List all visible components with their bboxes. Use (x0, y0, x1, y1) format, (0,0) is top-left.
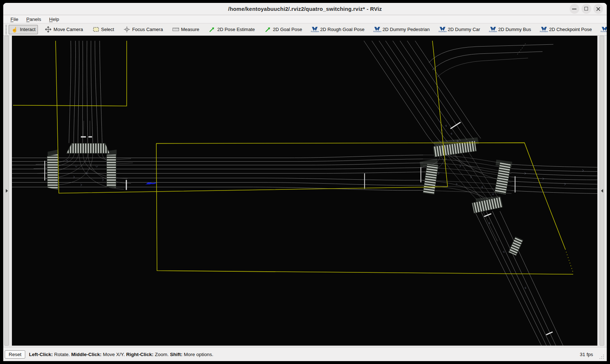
rviz-window: /home/kentoyabuuchi2/.rviz2/quatro_switc… (0, 0, 610, 364)
mouse-hints: Left-Click: Rotate. Middle-Click: Move X… (29, 352, 213, 357)
ruler-icon (172, 26, 179, 33)
autoware-icon: Autoware (439, 26, 446, 33)
title-bar: /home/kentoyabuuchi2/.rviz2/quatro_switc… (3, 3, 607, 15)
crosswalk (508, 237, 523, 256)
menu-bar: File Panels Help (3, 15, 607, 23)
tool-delete-all-objects[interactable]: Autoware Delete All Objects (599, 25, 607, 34)
right-panel-collapse-handle[interactable] (600, 36, 604, 346)
expand-right-icon (6, 189, 8, 193)
crosswalk (47, 154, 58, 190)
autoware-icon: Autoware (489, 26, 496, 33)
tool-move-camera[interactable]: Move Camera (42, 25, 86, 34)
crosswalk (66, 143, 110, 154)
menu-help[interactable]: Help (46, 16, 62, 22)
menu-file[interactable]: File (7, 16, 22, 22)
tool-bar: ☝ Interact Move Camera Select (3, 23, 607, 36)
tool-focus-camera[interactable]: Focus Camera (121, 25, 165, 34)
close-icon[interactable] (593, 4, 603, 14)
autoware-icon: Autoware (601, 26, 607, 33)
tool-2d-goal-pose[interactable]: 2D Goal Pose (262, 25, 305, 34)
left-panel-collapse-handle[interactable] (4, 36, 9, 346)
menu-panels[interactable]: Panels (23, 16, 44, 22)
move-camera-icon (45, 26, 52, 33)
tool-measure[interactable]: Measure (170, 25, 202, 34)
window-controls (570, 4, 603, 14)
window-title: /home/kentoyabuuchi2/.rviz2/quatro_switc… (228, 6, 382, 12)
autoware-icon: Autoware (540, 26, 547, 33)
hand-icon: ☝ (11, 26, 18, 33)
lanelet-map-graphic (12, 36, 597, 346)
autoware-icon: Autoware (311, 26, 318, 33)
tool-2d-dummy-car[interactable]: Autoware 2D Dummy Car (437, 25, 483, 34)
selection-box-icon (92, 26, 99, 33)
window-frame: /home/kentoyabuuchi2/.rviz2/quatro_switc… (3, 3, 607, 361)
tool-2d-dummy-bus[interactable]: Autoware 2D Dummy Bus (487, 25, 533, 34)
tool-select[interactable]: Select (90, 25, 117, 34)
tool-2d-dummy-pedestrian[interactable]: Autoware 2D Dummy Pedestrian (371, 25, 432, 34)
focus-crosshair-icon (123, 26, 130, 33)
render-viewport[interactable] (12, 36, 597, 346)
tool-2d-pose-estimate[interactable]: 2D Pose Estimate (206, 25, 257, 34)
crosswalk (106, 154, 116, 188)
render-area (3, 36, 607, 347)
reset-button[interactable]: Reset (5, 350, 25, 359)
status-bar: Reset Left-Click: Rotate. Middle-Click: … (3, 347, 607, 361)
autoware-icon: Autoware (374, 26, 381, 33)
crosswalk (423, 164, 438, 195)
crosswalk (494, 162, 511, 194)
toolbar-drag-handle[interactable] (5, 25, 7, 34)
tool-2d-checkpoint-pose[interactable]: Autoware 2D Checkpoint Pose (538, 25, 594, 34)
fps-counter: 31 fps (580, 352, 593, 357)
minimize-icon[interactable] (570, 4, 579, 14)
green-arrow-icon (209, 26, 215, 33)
tool-2d-rough-goal-pose[interactable]: Autoware 2D Rough Goal Pose (309, 25, 367, 34)
green-arrow-icon (264, 26, 271, 33)
resize-grip[interactable] (599, 354, 604, 359)
tool-interact[interactable]: ☝ Interact (9, 25, 38, 34)
maximize-icon[interactable] (581, 4, 591, 14)
pose-marker (145, 183, 157, 185)
expand-left-icon (601, 189, 603, 193)
